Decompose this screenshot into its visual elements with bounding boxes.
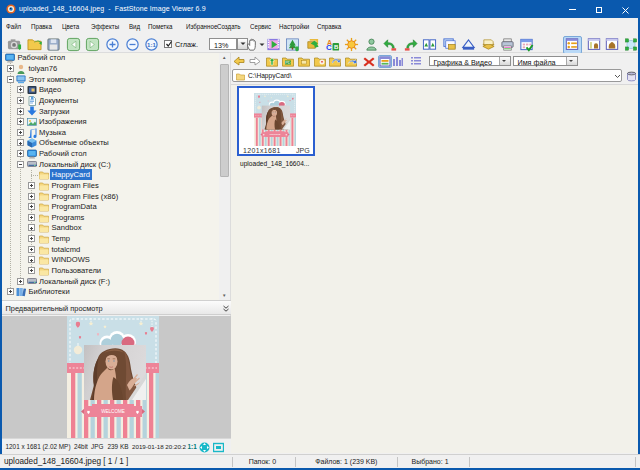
svg-text:B: B — [333, 43, 338, 50]
svg-text:PD: PD — [285, 60, 291, 65]
svg-text:1:1: 1:1 — [147, 41, 156, 48]
svg-text:C: C — [325, 43, 331, 52]
